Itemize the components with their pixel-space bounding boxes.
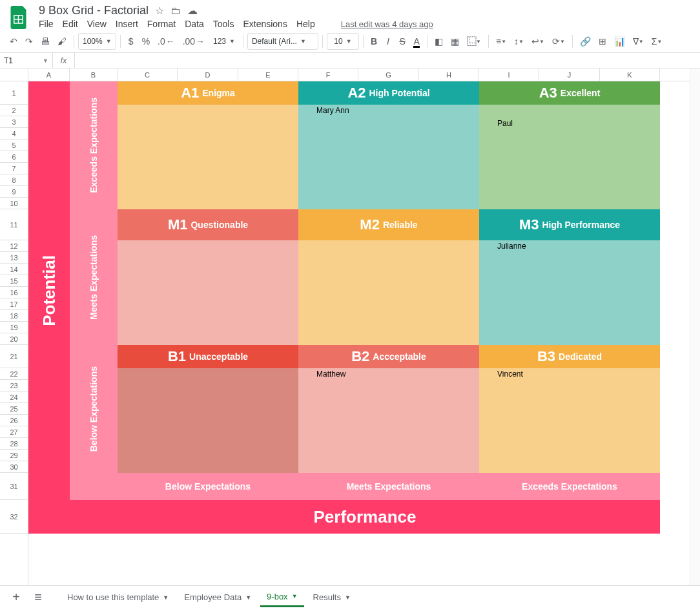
link-button[interactable]: 🔗 bbox=[577, 33, 594, 50]
row-header[interactable]: 28 bbox=[0, 438, 28, 450]
comment-button[interactable]: ⊞ bbox=[595, 33, 610, 50]
menu-data[interactable]: Data bbox=[185, 19, 204, 29]
formula-input[interactable] bbox=[75, 53, 700, 68]
row-header[interactable]: 11 bbox=[0, 209, 28, 240]
all-sheets-button[interactable]: ≡ bbox=[28, 588, 48, 607]
functions-button[interactable]: Σ ▼ bbox=[648, 33, 666, 50]
box-body-A1[interactable] bbox=[118, 105, 298, 209]
sheets-logo[interactable] bbox=[6, 5, 32, 30]
row-header[interactable]: 15 bbox=[0, 275, 28, 287]
row-header[interactable]: 22 bbox=[0, 368, 28, 380]
borders-button[interactable]: ▦ bbox=[448, 33, 462, 50]
row-header[interactable]: 18 bbox=[0, 310, 28, 322]
bold-button[interactable]: B bbox=[367, 33, 380, 50]
italic-button[interactable]: I bbox=[382, 33, 395, 50]
row-header[interactable]: 26 bbox=[0, 415, 28, 426]
tab-9box[interactable]: 9-box▼ bbox=[260, 588, 304, 607]
row-header[interactable]: 27 bbox=[0, 426, 28, 438]
row-header[interactable]: 31 bbox=[0, 473, 28, 500]
col-header[interactable]: I bbox=[479, 68, 539, 81]
col-header[interactable]: D bbox=[178, 68, 238, 81]
row-header[interactable]: 3 bbox=[0, 116, 28, 128]
row-header[interactable]: 14 bbox=[0, 264, 28, 275]
row-header[interactable]: 32 bbox=[0, 500, 28, 534]
name-box[interactable]: T1▼ bbox=[0, 53, 53, 68]
col-header[interactable]: F bbox=[298, 68, 358, 81]
last-edit-link[interactable]: Last edit was 4 days ago bbox=[341, 19, 433, 29]
row-header[interactable]: 6 bbox=[0, 151, 28, 163]
currency-button[interactable]: $ bbox=[125, 33, 138, 50]
font-size-select[interactable]: 10▼ bbox=[327, 33, 359, 50]
row-header[interactable]: 5 bbox=[0, 140, 28, 151]
move-icon[interactable]: 🗀 bbox=[170, 5, 181, 17]
row-header[interactable]: 1 bbox=[0, 81, 28, 105]
box-body-A2[interactable]: Mary Ann bbox=[298, 105, 479, 209]
tab-results[interactable]: Results▼ bbox=[307, 589, 357, 606]
row-header[interactable]: 30 bbox=[0, 461, 28, 473]
star-icon[interactable]: ☆ bbox=[155, 5, 164, 17]
row-header[interactable]: 10 bbox=[0, 198, 28, 209]
rotate-button[interactable]: ⟳ ▼ bbox=[549, 33, 568, 50]
row-header[interactable]: 8 bbox=[0, 174, 28, 186]
spreadsheet-grid[interactable]: 1234567891011121314151617181920212223242… bbox=[0, 68, 700, 585]
menu-tools[interactable]: Tools bbox=[213, 19, 234, 29]
wrap-button[interactable]: ↩ ▼ bbox=[528, 33, 548, 50]
row-header[interactable]: 19 bbox=[0, 322, 28, 333]
row-header[interactable]: 29 bbox=[0, 450, 28, 461]
row-header[interactable]: 9 bbox=[0, 186, 28, 198]
doc-title[interactable]: 9 Box Grid - Factorial bbox=[39, 4, 149, 17]
col-header[interactable]: C bbox=[118, 68, 178, 81]
row-header[interactable]: 17 bbox=[0, 298, 28, 310]
row-header[interactable]: 16 bbox=[0, 287, 28, 298]
text-color-button[interactable]: A bbox=[410, 33, 423, 50]
row-header[interactable]: 23 bbox=[0, 380, 28, 391]
box-body-A3[interactable]: Paul bbox=[479, 105, 660, 209]
print-button[interactable]: 🖶 bbox=[37, 33, 53, 50]
menu-format[interactable]: Format bbox=[147, 19, 176, 29]
percent-button[interactable]: % bbox=[139, 33, 153, 50]
dec-increase-button[interactable]: .00 → bbox=[180, 33, 208, 50]
paint-format-button[interactable]: 🖌 bbox=[54, 33, 70, 50]
row-header[interactable]: 13 bbox=[0, 252, 28, 264]
menu-file[interactable]: File bbox=[39, 19, 54, 29]
strike-button[interactable]: S bbox=[396, 33, 409, 50]
halign-button[interactable]: ≡ ▼ bbox=[493, 33, 510, 50]
valign-button[interactable]: ↕ ▼ bbox=[511, 33, 527, 50]
menu-view[interactable]: View bbox=[87, 19, 107, 29]
insert-chart-button[interactable]: 📊 bbox=[611, 33, 628, 50]
menu-edit[interactable]: Edit bbox=[63, 19, 78, 29]
box-body-B3[interactable]: Vincent bbox=[479, 368, 660, 473]
box-body-M2[interactable] bbox=[298, 240, 479, 345]
row-header[interactable]: 25 bbox=[0, 403, 28, 415]
cloud-icon[interactable]: ☁ bbox=[187, 5, 198, 17]
box-body-M1[interactable] bbox=[118, 240, 298, 345]
row-header[interactable]: 20 bbox=[0, 333, 28, 345]
row-header[interactable]: 2 bbox=[0, 105, 28, 116]
row-header[interactable]: 4 bbox=[0, 128, 28, 140]
merge-button[interactable]: ⿺ ▼ bbox=[464, 33, 484, 50]
filter-button[interactable]: ∇ ▼ bbox=[630, 33, 647, 50]
menu-extensions[interactable]: Extensions bbox=[243, 19, 287, 29]
add-sheet-button[interactable]: + bbox=[6, 588, 26, 607]
row-header[interactable]: 12 bbox=[0, 240, 28, 252]
menu-help[interactable]: Help bbox=[296, 19, 315, 29]
col-header[interactable]: G bbox=[358, 68, 419, 81]
tab-employee-data[interactable]: Employee Data▼ bbox=[178, 589, 258, 606]
box-body-B2[interactable]: Matthew bbox=[298, 368, 479, 473]
undo-button[interactable]: ↶ bbox=[6, 33, 21, 50]
col-header[interactable]: K bbox=[600, 68, 660, 81]
col-header[interactable]: E bbox=[238, 68, 298, 81]
box-body-M3[interactable]: Julianne bbox=[479, 240, 660, 345]
col-header[interactable]: B bbox=[70, 68, 118, 81]
vertical-scrollbar[interactable] bbox=[690, 68, 700, 585]
fill-color-button[interactable]: ◧ bbox=[431, 33, 446, 50]
tab-how-to[interactable]: How to use this template▼ bbox=[61, 589, 175, 606]
font-select[interactable]: Default (Ari...▼ bbox=[247, 33, 318, 50]
col-header[interactable]: H bbox=[419, 68, 479, 81]
more-formats-select[interactable]: 123▼ bbox=[209, 33, 239, 50]
row-header[interactable]: 21 bbox=[0, 345, 28, 368]
box-body-B1[interactable] bbox=[118, 368, 298, 473]
zoom-select[interactable]: 100%▼ bbox=[78, 33, 116, 50]
dec-decrease-button[interactable]: .0 ← bbox=[154, 33, 178, 50]
redo-button[interactable]: ↷ bbox=[22, 33, 36, 50]
